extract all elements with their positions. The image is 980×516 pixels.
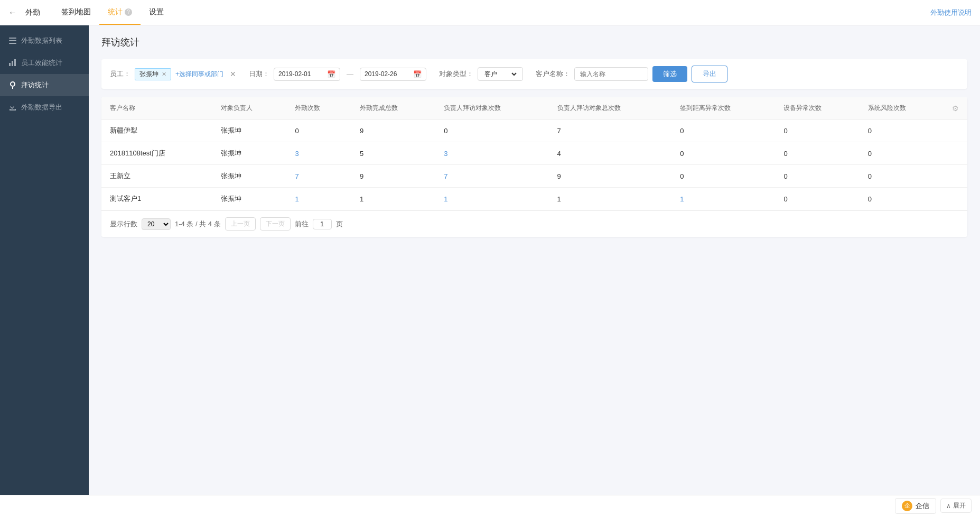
- date-start-wrap: 📅: [274, 68, 340, 81]
- goto-label: 前往: [295, 219, 309, 229]
- settings-icon[interactable]: ⚙: [952, 104, 959, 113]
- cell-visits: 7: [286, 165, 351, 188]
- cell-distance-anomaly: 1: [671, 188, 775, 210]
- tab-checkin-map[interactable]: 签到地图: [53, 0, 99, 25]
- back-button[interactable]: ←: [8, 8, 17, 17]
- help-icon[interactable]: ?: [125, 8, 132, 16]
- table-row: 测试客户1 张振坤 1 1 1 1 1 0 0: [101, 188, 967, 210]
- date-end-input[interactable]: [365, 70, 411, 78]
- svg-rect-4: [12, 61, 13, 66]
- cell-owner-visits: 0: [435, 119, 548, 142]
- cell-risk: 0: [860, 165, 944, 188]
- visits-link[interactable]: 7: [295, 172, 298, 180]
- cell-customer-name: 测试客户1: [101, 188, 212, 210]
- expand-button[interactable]: ∧ 展开: [940, 499, 972, 513]
- owner-visits-link[interactable]: 7: [444, 172, 447, 180]
- cell-device-anomaly: 0: [775, 119, 859, 142]
- visit-icon: [8, 81, 17, 89]
- sidebar-item-visit-stats[interactable]: 拜访统计: [0, 74, 89, 96]
- cell-completed: 5: [351, 142, 435, 165]
- type-select[interactable]: 客户 供应商 合作伙伴: [482, 70, 518, 78]
- tab-stats[interactable]: 统计 ?: [99, 0, 141, 25]
- cell-risk: 0: [860, 142, 944, 165]
- calendar-end-icon[interactable]: 📅: [413, 70, 422, 78]
- tab-settings[interactable]: 设置: [141, 0, 172, 25]
- svg-rect-6: [12, 87, 13, 89]
- cell-risk: 0: [860, 119, 944, 142]
- svg-rect-5: [14, 59, 16, 66]
- calendar-start-icon[interactable]: 📅: [327, 70, 335, 78]
- type-select-wrap[interactable]: 客户 供应商 合作伙伴: [478, 67, 523, 81]
- cell-owner: 张振坤: [212, 119, 287, 142]
- page-size-select[interactable]: 20 10 50 100: [142, 218, 171, 230]
- col-device-anomaly: 设备异常次数: [775, 97, 859, 119]
- cell-owner-total: 9: [549, 165, 672, 188]
- add-department-btn[interactable]: +选择同事或部门: [175, 70, 223, 79]
- help-link[interactable]: 外勤使用说明: [930, 8, 972, 17]
- sidebar-item-export-data[interactable]: 外勤数据导出: [0, 96, 89, 118]
- col-owner-total: 负责人拜访对象总次数: [549, 97, 672, 119]
- data-table: 客户名称 对象负责人 外勤次数 外勤完成总数 负责人拜访对象次数 负责人拜访对象…: [101, 97, 967, 237]
- cell-visits: 0: [286, 119, 351, 142]
- distance-link[interactable]: 1: [680, 195, 684, 203]
- col-owner: 对象负责人: [212, 97, 287, 119]
- filter-clear-icon[interactable]: ✕: [230, 70, 236, 78]
- filter-button[interactable]: 筛选: [652, 66, 687, 82]
- cell-device-anomaly: 0: [775, 188, 859, 210]
- col-settings[interactable]: ⚙: [944, 97, 967, 119]
- cell-customer-name: 新疆伊犁: [101, 119, 212, 142]
- next-page-button[interactable]: 下一页: [260, 217, 291, 231]
- cell-device-anomaly: 0: [775, 165, 859, 188]
- cell-owner-visits: 3: [435, 142, 548, 165]
- sidebar-item-attendance-list[interactable]: 外勤数据列表: [0, 30, 89, 52]
- export-button[interactable]: 导出: [692, 66, 727, 82]
- bottom-bar: 企 企信 ∧ 展开: [0, 495, 980, 516]
- cell-owner: 张振坤: [212, 165, 287, 188]
- top-nav: ← 外勤 签到地图 统计 ? 设置 外勤使用说明: [0, 0, 980, 25]
- sidebar-item-employee-stats[interactable]: 员工效能统计: [0, 52, 89, 74]
- export-icon: [8, 103, 17, 112]
- app-title: 外勤: [25, 8, 40, 17]
- page-suffix: 页: [336, 219, 343, 229]
- type-label: 对象类型：: [439, 69, 473, 79]
- qixin-icon: 企: [902, 501, 912, 511]
- cell-visits: 3: [286, 142, 351, 165]
- cell-owner-total: 1: [549, 188, 672, 210]
- tag-close-icon[interactable]: ✕: [162, 71, 166, 78]
- main-content: 拜访统计 员工： 张振坤 ✕ +选择同事或部门 ✕ 日期： 📅 — 📅: [89, 25, 980, 516]
- col-risk: 系统风险次数: [860, 97, 944, 119]
- col-visits: 外勤次数: [286, 97, 351, 119]
- page-number-input[interactable]: [313, 219, 332, 229]
- cell-visits: 1: [286, 188, 351, 210]
- svg-rect-0: [9, 38, 16, 39]
- visits-value: 0: [295, 127, 298, 135]
- date-end-wrap: 📅: [360, 68, 426, 81]
- top-nav-tabs: 签到地图 统计 ? 设置: [53, 0, 172, 25]
- visits-link[interactable]: 1: [295, 195, 298, 203]
- table-row: 20181108test门店 张振坤 3 5 3 4 0 0 0: [101, 142, 967, 165]
- cell-owner-total: 7: [549, 119, 672, 142]
- distance-value: 0: [680, 172, 684, 180]
- distance-value: 0: [680, 127, 684, 135]
- expand-label: 展开: [953, 501, 966, 510]
- owner-visits-link[interactable]: 1: [444, 195, 447, 203]
- table-row: 新疆伊犁 张振坤 0 9 0 7 0 0 0: [101, 119, 967, 142]
- cell-distance-anomaly: 0: [671, 165, 775, 188]
- cell-customer-name: 20181108test门店: [101, 142, 212, 165]
- employee-tag: 张振坤 ✕: [135, 68, 171, 80]
- qixin-label: 企信: [916, 501, 929, 511]
- date-start-input[interactable]: [278, 70, 325, 78]
- prev-page-button[interactable]: 上一页: [225, 217, 256, 231]
- layout: 外勤数据列表 员工效能统计 拜访统计 外勤数据导出 拜访统计 员工：: [0, 25, 980, 516]
- customer-name-input[interactable]: [574, 67, 648, 81]
- distance-value: 0: [680, 150, 684, 158]
- table-row: 王新立 张振坤 7 9 7 9 0 0 0: [101, 165, 967, 188]
- owner-visits-link[interactable]: 3: [444, 150, 447, 158]
- pagination: 显示行数 20 10 50 100 1-4 条 / 共 4 条 上一页 下一页 …: [101, 210, 967, 237]
- visits-link[interactable]: 3: [295, 150, 298, 158]
- svg-rect-1: [9, 40, 16, 41]
- svg-rect-2: [9, 43, 16, 44]
- qixin-button[interactable]: 企 企信: [895, 498, 936, 514]
- cell-completed: 1: [351, 188, 435, 210]
- cell-owner-visits: 7: [435, 165, 548, 188]
